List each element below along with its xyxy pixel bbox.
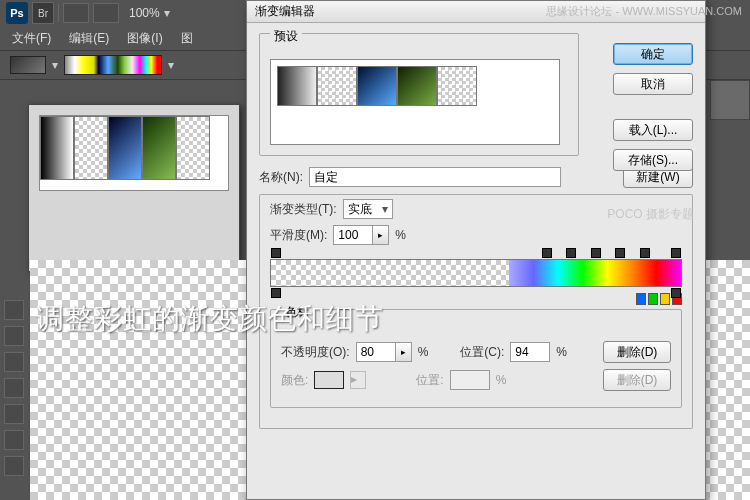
color-swatch bbox=[314, 371, 344, 389]
menu-image[interactable]: 图像(I) bbox=[127, 30, 162, 47]
color-chip[interactable] bbox=[660, 293, 670, 305]
opacity-input[interactable] bbox=[356, 342, 396, 362]
smooth-label: 平滑度(M): bbox=[270, 227, 327, 244]
zoom-level[interactable]: 100% bbox=[129, 6, 160, 20]
color-chip[interactable] bbox=[648, 293, 658, 305]
gradient-bar[interactable] bbox=[270, 259, 682, 287]
opacity-stop[interactable] bbox=[615, 248, 625, 258]
ok-button[interactable]: 确定 bbox=[613, 43, 693, 65]
preset-thumb[interactable] bbox=[176, 116, 210, 180]
menu-more[interactable]: 图 bbox=[181, 30, 193, 47]
delete2-button: 删除(D) bbox=[603, 369, 671, 391]
save-button[interactable]: 存储(S)... bbox=[613, 149, 693, 171]
position2-input bbox=[450, 370, 490, 390]
opacity-label: 不透明度(O): bbox=[281, 344, 350, 361]
type-label: 渐变类型(T): bbox=[270, 201, 337, 218]
preset-thumb[interactable] bbox=[437, 66, 477, 106]
tool-palette bbox=[4, 300, 26, 476]
position-input[interactable] bbox=[510, 342, 550, 362]
tool[interactable] bbox=[4, 430, 24, 450]
preset-thumb[interactable] bbox=[317, 66, 357, 106]
tool[interactable] bbox=[4, 404, 24, 424]
cancel-button[interactable]: 取消 bbox=[613, 73, 693, 95]
preset-thumb[interactable] bbox=[277, 66, 317, 106]
watermark: POCO 摄影专题 bbox=[607, 206, 694, 223]
color-stop[interactable] bbox=[271, 288, 281, 298]
tool[interactable] bbox=[4, 456, 24, 476]
preset-thumb[interactable] bbox=[397, 66, 437, 106]
presets-label: 预设 bbox=[270, 28, 302, 45]
toolbar-button[interactable] bbox=[63, 3, 89, 23]
stepper-icon[interactable]: ▸ bbox=[373, 225, 389, 245]
stepper-icon[interactable]: ▸ bbox=[396, 342, 412, 362]
bridge-icon[interactable]: Br bbox=[32, 2, 54, 24]
position-label: 位置(C): bbox=[460, 344, 504, 361]
preset-thumb[interactable] bbox=[108, 116, 142, 180]
menu-file[interactable]: 文件(F) bbox=[12, 30, 51, 47]
opacity-stop[interactable] bbox=[542, 248, 552, 258]
stepper-icon: ▸ bbox=[350, 371, 366, 389]
panel-tab[interactable] bbox=[710, 80, 750, 120]
tool-swatch[interactable] bbox=[10, 56, 46, 74]
preset-list[interactable] bbox=[270, 59, 560, 145]
name-input[interactable] bbox=[309, 167, 561, 187]
opacity-stop[interactable] bbox=[640, 248, 650, 258]
watermark: 思缘设计论坛 - WWW.MISSYUAN.COM bbox=[546, 4, 742, 19]
tool[interactable] bbox=[4, 378, 24, 398]
opacity-stop[interactable] bbox=[566, 248, 576, 258]
position2-label: 位置: bbox=[416, 372, 443, 389]
gradient-preview[interactable] bbox=[64, 55, 162, 75]
menu-edit[interactable]: 编辑(E) bbox=[69, 30, 109, 47]
tool[interactable] bbox=[4, 352, 24, 372]
smooth-input[interactable] bbox=[333, 225, 373, 245]
preset-thumb[interactable] bbox=[40, 116, 74, 180]
opacity-stop[interactable] bbox=[591, 248, 601, 258]
delete-button[interactable]: 删除(D) bbox=[603, 341, 671, 363]
load-button[interactable]: 载入(L)... bbox=[613, 119, 693, 141]
color-stop[interactable] bbox=[671, 288, 681, 298]
gradient-editor-dialog: 渐变编辑器 确定 取消 载入(L)... 存储(S)... 预设 名称(N): … bbox=[246, 0, 706, 500]
gradient-preset-popup bbox=[28, 104, 240, 272]
type-combo[interactable]: 实底 bbox=[343, 199, 393, 219]
opacity-stop[interactable] bbox=[671, 248, 681, 258]
opacity-stop[interactable] bbox=[271, 248, 281, 258]
preset-thumb[interactable] bbox=[74, 116, 108, 180]
name-label: 名称(N): bbox=[259, 169, 303, 186]
tool[interactable] bbox=[4, 326, 24, 346]
photoshop-icon: Ps bbox=[6, 2, 28, 24]
toolbar-button[interactable] bbox=[93, 3, 119, 23]
preset-thumb[interactable] bbox=[142, 116, 176, 180]
color-label: 颜色: bbox=[281, 372, 308, 389]
color-chip[interactable] bbox=[636, 293, 646, 305]
tool[interactable] bbox=[4, 300, 24, 320]
preset-thumb[interactable] bbox=[357, 66, 397, 106]
annotation-text: 调整彩虹的渐变颜色和细节 bbox=[36, 300, 384, 338]
